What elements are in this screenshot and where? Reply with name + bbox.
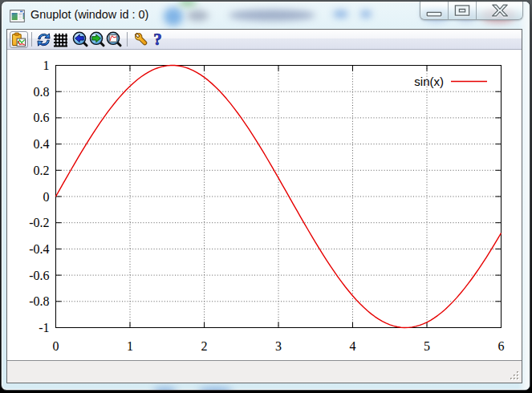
x-tick-label: 3 — [275, 339, 282, 353]
y-tick-label: -1 — [39, 321, 49, 334]
minimize-icon — [426, 4, 442, 17]
options-button[interactable] — [132, 30, 149, 48]
legend-label: sin(x) — [414, 75, 444, 88]
y-tick-label: 0 — [43, 190, 50, 204]
toolbar: ? — [7, 30, 522, 50]
toolbar-separator — [127, 32, 128, 47]
grid-icon — [53, 32, 68, 47]
zoom-next-button[interactable] — [88, 30, 105, 48]
toolbar-separator — [31, 32, 32, 47]
sine-plot: 0123456-1-0.8-0.6-0.4-0.200.20.40.60.81s… — [7, 50, 522, 361]
plot-canvas[interactable]: 0123456-1-0.8-0.6-0.4-0.200.20.40.60.81s… — [7, 50, 522, 360]
status-bar — [7, 360, 522, 383]
resize-grip[interactable] — [510, 371, 520, 381]
maximize-icon — [454, 4, 470, 17]
y-tick-label: -0.6 — [29, 269, 49, 282]
magnifier-left-arrow-icon — [72, 31, 88, 47]
x-tick-label: 4 — [350, 339, 356, 353]
gnuplot-window: Gnuplot (window id : 0) — [1, 1, 530, 391]
clipboard-plot-icon — [11, 32, 26, 47]
refresh-icon — [36, 32, 51, 47]
window-client-area: ? 0123456-1-0.8-0.6-0.4-0.200.20.40.60.8… — [6, 29, 522, 383]
maximize-button[interactable] — [449, 2, 477, 19]
window-title: Gnuplot (window id : 0) — [30, 2, 148, 30]
y-tick-label: 0.4 — [34, 137, 50, 151]
gnuplot-app-icon — [10, 10, 25, 22]
wrench-icon — [133, 31, 149, 47]
y-tick-label: 0.8 — [34, 85, 50, 99]
y-tick-label: -0.2 — [29, 216, 49, 229]
x-tick-label: 6 — [498, 339, 505, 353]
magnifier-plot-icon — [106, 31, 122, 47]
x-tick-label: 1 — [127, 339, 133, 353]
y-tick-label: 1 — [43, 59, 50, 72]
zoom-previous-button[interactable] — [71, 30, 88, 48]
replot-button[interactable] — [35, 30, 52, 48]
close-button[interactable] — [477, 2, 522, 19]
x-tick-label: 0 — [53, 339, 59, 353]
y-tick-label: 0.2 — [34, 164, 50, 177]
y-tick-label: -0.8 — [29, 294, 49, 308]
title-bar[interactable]: Gnuplot (window id : 0) — [2, 2, 530, 30]
toggle-grid-button[interactable] — [52, 30, 69, 48]
y-tick-label: -0.4 — [29, 242, 49, 256]
window-caption-buttons — [420, 1, 523, 20]
help-button[interactable]: ? — [149, 30, 166, 48]
x-tick-label: 2 — [201, 339, 208, 353]
minimize-button[interactable] — [420, 2, 449, 19]
unzoom-all-button[interactable] — [105, 30, 122, 48]
question-mark-icon: ? — [153, 31, 162, 47]
magnifier-right-arrow-icon — [89, 31, 105, 47]
x-tick-label: 5 — [424, 339, 430, 353]
copy-to-clipboard-button[interactable] — [10, 31, 28, 48]
y-tick-label: 0.6 — [34, 111, 50, 124]
close-icon — [491, 4, 509, 17]
